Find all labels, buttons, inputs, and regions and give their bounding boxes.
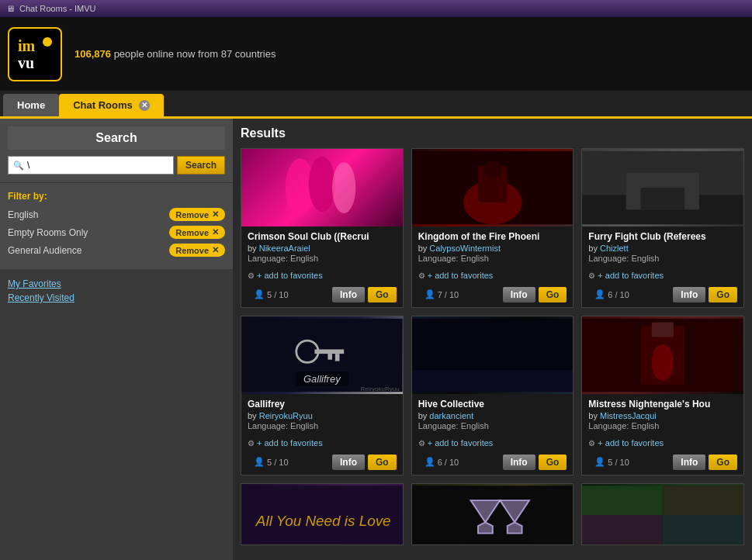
room-thumb-8 xyxy=(582,484,743,545)
info-button-0[interactable]: Info xyxy=(332,287,365,302)
filter-english-label: English xyxy=(8,209,38,220)
room-lang-1: Language: English xyxy=(418,254,567,263)
room-author-link-3[interactable]: ReiryokuRyuu xyxy=(259,411,313,420)
room-card-5: Mistress Nightengale's Hou by MistressJa… xyxy=(581,316,744,475)
svg-rect-21 xyxy=(412,370,574,392)
room-author-1: by CalypsoWintermist xyxy=(418,244,567,253)
filter-row-general: General Audience Remove ✕ xyxy=(8,244,225,257)
go-button-1[interactable]: Go xyxy=(539,287,567,302)
add-fav-0[interactable]: ⚙ + add to favorites xyxy=(248,271,323,280)
room-author-link-1[interactable]: CalypsoWintermist xyxy=(429,244,501,253)
room-author-link-5[interactable]: MistressJacqui xyxy=(600,411,657,420)
room-bottom-3: 👤 5 / 10 Info Go xyxy=(241,451,403,475)
filter-empty-remove[interactable]: Remove ✕ xyxy=(169,226,225,239)
remove-empty-x: ✕ xyxy=(212,227,219,237)
svg-rect-17 xyxy=(314,349,344,354)
rooms-grid: Crimson Soul Club ((Recrui by NikeeraAra… xyxy=(241,148,744,545)
room-author-0: by NikeeraAraiel xyxy=(248,244,397,253)
online-text: people online now from 87 countries xyxy=(114,48,276,60)
room-author-link-4[interactable]: darkancient xyxy=(429,411,473,420)
room-lang-0: Language: English xyxy=(248,254,397,263)
room-info-3: Gallifrey by ReiryokuRyuu Language: Engl… xyxy=(241,394,403,435)
room-name-5: Mistress Nightengale's Hou xyxy=(588,399,737,410)
room-count-0: 👤 5 / 10 xyxy=(248,286,295,302)
search-icon: 🔍 xyxy=(13,161,24,171)
room-thumb-7 xyxy=(412,484,574,545)
filter-row-english: English Remove ✕ xyxy=(8,208,225,221)
go-button-5[interactable]: Go xyxy=(709,455,737,470)
room-author-link-0[interactable]: NikeeraAraiel xyxy=(259,244,310,253)
room-card-3: Gallifrey ReiryokuRyuu Gallifrey by Reir… xyxy=(241,316,404,475)
room-info-1: Kingdom of the Fire Phoeni by CalypsoWin… xyxy=(412,226,574,268)
add-fav-5[interactable]: ⚙ + add to favorites xyxy=(588,438,664,448)
person-icon-5: 👤 xyxy=(594,457,605,467)
remove-empty-text: Remove xyxy=(175,228,209,237)
svg-rect-34 xyxy=(582,515,663,544)
my-favorites-link[interactable]: My Favorites xyxy=(8,278,225,289)
info-button-2[interactable]: Info xyxy=(673,287,705,302)
search-input[interactable] xyxy=(27,160,168,171)
results-area: Results Crimson Soul Club ((Recrui xyxy=(233,119,752,560)
search-button[interactable]: Search xyxy=(177,156,225,175)
add-fav-4[interactable]: ⚙ + add to favorites xyxy=(418,438,494,448)
add-fav-1[interactable]: ⚙ + add to favorites xyxy=(418,271,494,280)
count-text-0: 5 / 10 xyxy=(267,290,289,299)
filter-section: Filter by: English Remove ✕ Empty Rooms … xyxy=(0,182,233,269)
svg-rect-32 xyxy=(582,486,663,515)
room-lang-5: Language: English xyxy=(588,421,737,430)
add-fav-3[interactable]: ⚙ + add to favorites xyxy=(248,438,323,448)
search-section: Search 🔍 Search xyxy=(0,119,233,182)
info-button-5[interactable]: Info xyxy=(673,455,705,470)
count-text-1: 7 / 10 xyxy=(438,290,459,299)
count-text-2: 6 / 10 xyxy=(608,290,629,299)
room-card-1: Kingdom of the Fire Phoeni by CalypsoWin… xyxy=(411,148,574,308)
filter-title: Filter by: xyxy=(8,191,225,202)
star-icon-2: ⚙ xyxy=(588,271,595,280)
info-button-3[interactable]: Info xyxy=(332,455,365,470)
go-button-4[interactable]: Go xyxy=(539,455,567,470)
recently-visited-link[interactable]: Recently Visited xyxy=(8,292,225,303)
tab-chat-rooms[interactable]: Chat Rooms ✕ xyxy=(59,94,164,116)
room-name-4: Hive Collective xyxy=(418,399,567,410)
tab-home[interactable]: Home xyxy=(3,94,59,116)
logo[interactable]: im vu xyxy=(8,27,62,81)
svg-text:All You Need is Love: All You Need is Love xyxy=(255,513,391,529)
person-icon-0: 👤 xyxy=(254,289,265,299)
room-info-4: Hive Collective by darkancient Language:… xyxy=(412,394,574,435)
add-fav-text-1: + add to favorites xyxy=(428,271,494,280)
go-button-3[interactable]: Go xyxy=(368,455,397,470)
online-number: 106,876 xyxy=(75,48,111,60)
room-actions-1: ⚙ + add to favorites xyxy=(412,268,574,283)
svg-text:im: im xyxy=(18,37,36,54)
count-text-5: 5 / 10 xyxy=(608,458,629,467)
svg-point-3 xyxy=(43,37,52,47)
main-layout: Search 🔍 Search Filter by: English Remov… xyxy=(0,119,752,560)
svg-rect-18 xyxy=(335,354,340,361)
room-card-0: Crimson Soul Club ((Recrui by NikeeraAra… xyxy=(241,148,404,308)
room-thumb-3: Gallifrey ReiryokuRyuu xyxy=(241,316,403,394)
filter-english-remove[interactable]: Remove ✕ xyxy=(169,208,225,221)
info-button-4[interactable]: Info xyxy=(503,455,535,470)
room-actions-5: ⚙ + add to favorites xyxy=(582,435,743,451)
search-box: 🔍 Search xyxy=(8,156,225,175)
room-actions-2: ⚙ + add to favorites xyxy=(582,268,743,283)
go-button-0[interactable]: Go xyxy=(368,287,397,302)
tab-close-button[interactable]: ✕ xyxy=(139,100,150,111)
person-icon-1: 👤 xyxy=(425,289,435,299)
add-fav-2[interactable]: ⚙ + add to favorites xyxy=(588,271,664,280)
room-name-2: Furry Fight Club (Referees xyxy=(588,231,737,242)
tab-home-label: Home xyxy=(17,99,45,111)
search-section-title: Search xyxy=(8,126,225,150)
room-name-3: Gallifrey xyxy=(248,399,397,410)
room-thumb-4 xyxy=(412,316,574,394)
star-icon-0: ⚙ xyxy=(248,271,255,280)
filter-general-label: General Audience xyxy=(8,245,81,256)
title-bar: 🖥 Chat Rooms - IMVU xyxy=(0,0,752,17)
info-button-1[interactable]: Info xyxy=(503,287,535,302)
svg-point-25 xyxy=(652,344,674,381)
go-button-2[interactable]: Go xyxy=(709,287,737,302)
filter-general-remove[interactable]: Remove ✕ xyxy=(169,244,225,257)
add-fav-text-5: + add to favorites xyxy=(598,438,664,448)
svg-point-6 xyxy=(332,162,355,213)
room-author-link-2[interactable]: Chizlett xyxy=(600,244,629,253)
